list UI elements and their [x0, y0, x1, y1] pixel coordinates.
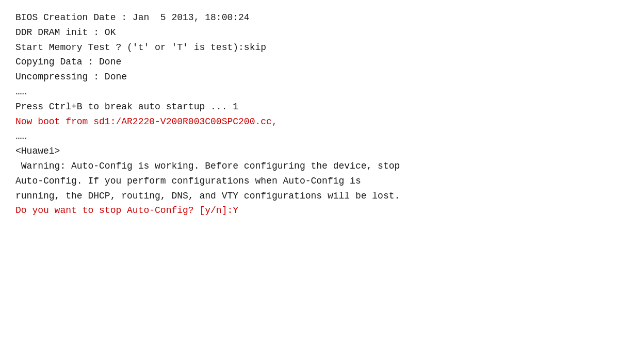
terminal-output: BIOS Creation Date : Jan 5 2013, 18:00:2…: [15, 10, 603, 218]
terminal-line-6: ……: [15, 85, 603, 100]
terminal-line-16: running, the DHCP, routing, DNS, and VTY…: [15, 189, 603, 204]
terminal-line-2: Start Memory Test ? ('t' or 'T' is test)…: [15, 40, 603, 55]
terminal-line-0: BIOS Creation Date : Jan 5 2013, 18:00:2…: [15, 10, 603, 25]
terminal-line-17: Do you want to stop Auto-Config? [y/n]:Y: [15, 203, 603, 218]
terminal-line-14: Warning: Auto-Config is working. Before …: [15, 159, 603, 174]
terminal-line-4: Uncompressing : Done: [15, 70, 603, 85]
terminal-line-9: Now boot from sd1:/AR2220-V200R003C00SPC…: [15, 114, 603, 129]
terminal-line-1: DDR DRAM init : OK: [15, 25, 603, 40]
terminal-line-3: Copying Data : Done: [15, 55, 603, 70]
terminal-line-11: ……: [15, 129, 603, 144]
terminal-line-8: Press Ctrl+B to break auto startup ... 1: [15, 100, 603, 114]
terminal-line-13: <Huawei>: [15, 144, 603, 159]
terminal-line-15: Auto-Config. If you perform configuratio…: [15, 174, 603, 189]
